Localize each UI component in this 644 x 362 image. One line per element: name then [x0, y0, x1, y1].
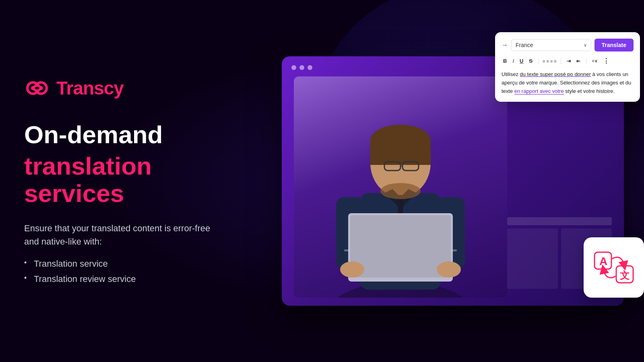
svg-point-19	[437, 261, 461, 278]
italic-button[interactable]: I	[511, 57, 516, 65]
arrow-icon: →	[502, 41, 508, 49]
browser-dots	[291, 65, 312, 70]
language-selector[interactable]: France ∨	[511, 39, 591, 51]
left-panel: Transcy On-demand translation services E…	[24, 0, 250, 362]
browser-dot-2	[299, 65, 304, 70]
align-right-icon[interactable]: ≡	[550, 59, 553, 64]
editor-top-row: → France ∨ Translate	[502, 39, 634, 51]
feature-item-1: Translation service	[24, 256, 250, 272]
editor-card: → France ∨ Translate B I U S ≡ ≡ ≡ ≡ ⇥ ⇤	[495, 32, 640, 102]
svg-point-18	[340, 261, 364, 278]
language-label: France	[516, 42, 533, 48]
toolbar-separator-2	[561, 58, 561, 64]
content-before-underline: Utilisez	[502, 71, 520, 77]
chevron-down-icon: ∨	[584, 43, 587, 48]
headline-line1: On-demand	[24, 121, 250, 148]
person-svg	[304, 88, 497, 298]
align-center-icon[interactable]: ≡	[547, 59, 549, 64]
content-underlined-text: du texte super posé po donner	[520, 71, 591, 77]
logo-text-accent: cy	[104, 78, 124, 99]
bg-website-col-1	[507, 228, 558, 289]
description-text: Ensure that your translated content is e…	[24, 222, 225, 248]
align-icons-group: ≡ ≡ ≡ ≡	[543, 59, 557, 64]
toolbar-separator-3	[586, 58, 586, 64]
svg-text:文: 文	[620, 270, 630, 281]
browser-dot-1	[291, 65, 296, 70]
svg-rect-10	[370, 141, 431, 165]
translate-button[interactable]: Translate	[594, 39, 634, 51]
logo-icon	[24, 75, 50, 101]
content-highlighted-text: en rapport avec votre	[514, 88, 564, 95]
bold-button[interactable]: B	[502, 57, 508, 65]
align-left-icon[interactable]: ≡	[543, 59, 545, 64]
align-justify-icon[interactable]: ≡	[554, 59, 556, 64]
line-height-button[interactable]: ≡∨	[590, 58, 599, 64]
svg-rect-17	[350, 215, 451, 278]
editor-content: Utilisez du texte super posé po donner à…	[502, 70, 634, 95]
svg-point-3	[31, 86, 35, 90]
feature-item-2: Translation review service	[24, 272, 250, 287]
features-list: Translation service Translation review s…	[24, 256, 250, 287]
person-image-area	[294, 76, 507, 298]
toolbar-separator-1	[538, 58, 539, 64]
logo-container: Transcy	[24, 75, 250, 101]
logo-text-white: Trans	[56, 78, 104, 99]
translate-icon-svg: A 文	[594, 251, 634, 284]
strikethrough-button[interactable]: S	[527, 57, 534, 65]
more-options-button[interactable]: ⋮	[601, 56, 611, 66]
headline-line2: translation services	[24, 152, 250, 207]
svg-point-4	[39, 86, 43, 90]
toolbar-row: B I U S ≡ ≡ ≡ ≡ ⇥ ⇤ ≡∨ ⋮	[502, 56, 634, 66]
content-after-highlight: style et votre histoire.	[564, 88, 615, 94]
translate-icon-card: A 文	[584, 237, 644, 298]
underline-button[interactable]: U	[518, 57, 525, 65]
browser-dot-3	[308, 65, 312, 70]
svg-text:A: A	[599, 255, 607, 267]
right-panel: → France ∨ Translate B I U S ≡ ≡ ≡ ≡ ⇥ ⇤	[282, 32, 644, 322]
svg-point-23	[380, 183, 421, 199]
outdent-button[interactable]: ⇤	[575, 58, 582, 65]
logo-text: Transcy	[56, 77, 124, 99]
bg-website-bar	[507, 217, 612, 225]
indent-button[interactable]: ⇥	[565, 58, 572, 65]
